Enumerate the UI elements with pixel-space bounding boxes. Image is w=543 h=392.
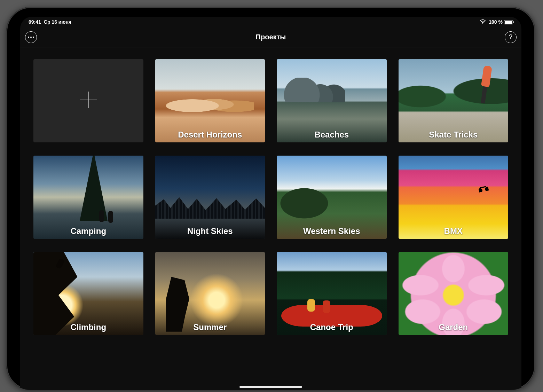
project-tile[interactable]: Western Skies: [277, 156, 387, 239]
project-tile[interactable]: Summer: [155, 252, 265, 335]
project-title: Night Skies: [155, 226, 265, 236]
project-title: Camping: [33, 226, 143, 236]
ellipsis-icon: [28, 37, 34, 38]
project-tile[interactable]: Climbing: [33, 252, 143, 335]
status-bar: 09:41 Ср 16 июня 100 %: [20, 17, 521, 27]
projects-grid: Desert Horizons Beaches Skate Tricks Cam…: [33, 59, 508, 335]
svg-point-0: [482, 23, 483, 24]
projects-content[interactable]: Desert Horizons Beaches Skate Tricks Cam…: [20, 47, 521, 390]
project-tile[interactable]: Night Skies: [155, 156, 265, 239]
project-tile[interactable]: Garden: [399, 252, 509, 335]
battery-icon: [504, 20, 513, 24]
battery-percent: 100 %: [489, 19, 503, 25]
project-title: Climbing: [33, 322, 143, 332]
screen: 09:41 Ср 16 июня 100 % Проекты: [20, 17, 521, 390]
project-title: Garden: [399, 322, 509, 332]
new-project-button[interactable]: [33, 59, 143, 142]
status-time: 09:41: [29, 19, 41, 25]
project-title: Desert Horizons: [155, 130, 265, 140]
project-title: Western Skies: [277, 226, 387, 236]
project-tile[interactable]: Canoe Trip: [277, 252, 387, 335]
project-tile[interactable]: Desert Horizons: [155, 59, 265, 142]
project-tile[interactable]: Beaches: [277, 59, 387, 142]
project-title: Canoe Trip: [277, 322, 387, 332]
device-frame: 09:41 Ср 16 июня 100 % Проекты: [6, 7, 535, 390]
nav-bar: Проекты ?: [20, 27, 521, 47]
project-title: Summer: [155, 322, 265, 332]
page-title: Проекты: [256, 33, 286, 41]
question-icon: ?: [509, 33, 512, 41]
status-date: Ср 16 июня: [44, 19, 71, 25]
plus-icon: [79, 90, 98, 111]
project-title: BMX: [399, 226, 509, 236]
wifi-icon: [480, 19, 486, 25]
project-title: Skate Tricks: [399, 130, 509, 140]
home-indicator[interactable]: [239, 386, 302, 388]
project-title: Beaches: [277, 130, 387, 140]
help-button[interactable]: ?: [505, 31, 517, 43]
project-tile[interactable]: Camping: [33, 156, 143, 239]
battery-indicator: 100 %: [489, 19, 513, 25]
more-options-button[interactable]: [25, 31, 37, 43]
project-tile[interactable]: Skate Tricks: [399, 59, 509, 142]
project-tile[interactable]: BMX: [399, 156, 509, 239]
